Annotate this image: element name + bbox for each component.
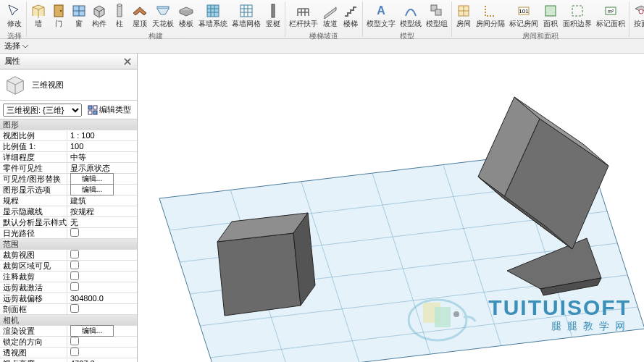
properties-header-text: 三维视图	[32, 80, 64, 90]
prop-section[interactable]: 图形	[0, 119, 137, 130]
ribbon-component-button[interactable]: 构件	[89, 1, 109, 30]
select-label: 选择	[4, 41, 20, 51]
ribbon-areabnd-button[interactable]: 面积边界	[561, 1, 594, 30]
railing-icon	[296, 3, 311, 19]
column-icon	[112, 3, 127, 19]
prop-checkbox[interactable]	[70, 337, 79, 345]
ribbon-group-label: 房间和面积	[453, 30, 627, 42]
ribbon-room-button[interactable]: 房间	[453, 1, 474, 30]
prop-row[interactable]: 日光路径	[0, 228, 137, 239]
view-type-select[interactable]: 三维视图: {三维}	[3, 104, 82, 117]
svg-rect-13	[435, 9, 441, 15]
ribbon-modify-button[interactable]: 修改	[4, 1, 25, 30]
prop-checkbox[interactable]	[70, 272, 79, 280]
prop-row[interactable]: 零件可见性显示原状态	[0, 163, 137, 174]
curtaingrid-icon	[238, 3, 254, 19]
ribbon-mullion-button[interactable]: 竖梃	[263, 1, 283, 30]
prop-value: 无	[70, 218, 78, 227]
prop-edit-button[interactable]: 编辑...	[70, 325, 114, 337]
ribbon-label: 房间	[456, 19, 471, 29]
prop-row[interactable]: 剖面框	[0, 304, 137, 315]
ribbon-label: 模型线	[400, 19, 422, 29]
ribbon-label: 楼板	[179, 19, 193, 29]
ribbon-modelgroup-button[interactable]: 模型组	[424, 1, 450, 30]
prop-checkbox[interactable]	[70, 261, 79, 269]
prop-row[interactable]: 默认分析显示样式无	[0, 217, 137, 228]
ribbon-roomsep-button[interactable]: 房间分隔	[474, 1, 507, 30]
prop-checkbox[interactable]	[70, 250, 79, 258]
prop-row[interactable]: 远剪裁激活	[0, 282, 137, 293]
ribbon-roomtag-button[interactable]: 101标记房间	[507, 1, 540, 30]
prop-row[interactable]: 图形显示选项编辑...	[0, 185, 137, 195]
svg-point-58	[453, 311, 459, 317]
modeltext-icon: A	[373, 3, 389, 19]
prop-key: 规程	[0, 195, 67, 206]
prop-row[interactable]: 裁剪区域可见	[0, 261, 137, 272]
ribbon-modeltext-button[interactable]: A模型文字	[364, 1, 398, 30]
prop-checkbox[interactable]	[70, 282, 79, 291]
properties-grid[interactable]: 图形视图比例1 : 100比例值 1:100详细程度中等零件可见性显示原状态可见…	[0, 119, 137, 362]
ribbon-railing-button[interactable]: 栏杆扶手	[287, 1, 320, 30]
prop-row[interactable]: 视图比例1 : 100	[0, 130, 137, 141]
ribbon-stair-button[interactable]: 楼梯	[340, 1, 361, 30]
prop-row[interactable]: 透视图	[0, 348, 137, 358]
close-icon[interactable]	[122, 56, 133, 67]
prop-key: 裁剪区域可见	[0, 261, 67, 272]
ribbon-label: 墙	[35, 19, 42, 29]
prop-section[interactable]: 相机	[0, 315, 137, 326]
ribbon-wall-button[interactable]: 墙	[28, 1, 49, 30]
prop-row[interactable]: 比例值 1:100	[0, 141, 137, 152]
ribbon-label: 标记面积	[596, 19, 625, 29]
prop-row[interactable]: 锁定的方向	[0, 337, 137, 348]
ribbon-ramp-button[interactable]: 坡道	[320, 1, 340, 30]
ribbon-area-button[interactable]: 面积	[540, 1, 561, 30]
prop-row[interactable]: 注释裁剪	[0, 272, 137, 282]
ribbon-curtaingrid-button[interactable]: 幕墙网格	[230, 1, 263, 30]
ribbon-label: 竖梃	[266, 19, 280, 29]
prop-row[interactable]: 可见性/图形替换编辑...	[0, 174, 137, 185]
viewport-3d[interactable]: TUITUISOFT 腿腿教学网	[138, 54, 644, 362]
ribbon-ceiling-button[interactable]: 天花板	[150, 1, 176, 30]
prop-row[interactable]: 渲染设置编辑...	[0, 326, 137, 337]
prop-edit-button[interactable]: 编辑...	[70, 173, 114, 185]
ribbon-byface-button[interactable]: 按面	[631, 1, 644, 30]
prop-row[interactable]: 详细程度中等	[0, 152, 137, 163]
ribbon-floor-button[interactable]: 楼板	[176, 1, 196, 30]
prop-checkbox[interactable]	[70, 348, 79, 356]
door-icon	[51, 3, 67, 19]
prop-checkbox[interactable]	[70, 304, 79, 313]
svg-rect-17	[545, 6, 556, 16]
ribbon-modelline-button[interactable]: 模型线	[398, 1, 424, 30]
prop-row[interactable]: 显示隐藏线按规程	[0, 206, 137, 217]
ribbon-door-button[interactable]: 门	[49, 1, 69, 30]
component-icon	[91, 3, 107, 19]
prop-section[interactable]: 范围	[0, 239, 137, 250]
svg-rect-5	[117, 5, 122, 17]
ribbon-label: 楼梯	[343, 19, 358, 29]
edit-type-button[interactable]: 编辑类型	[85, 103, 134, 117]
ribbon-roof-button[interactable]: 屋顶	[130, 1, 150, 30]
ribbon-curtain-button[interactable]: 幕墙系统	[196, 1, 230, 30]
ribbon-column-button[interactable]: 柱	[109, 1, 130, 30]
ribbon-label: 门	[55, 19, 62, 29]
prop-checkbox[interactable]	[70, 228, 79, 237]
prop-edit-button[interactable]: 编辑...	[70, 184, 114, 195]
prop-row[interactable]: 规程建筑	[0, 195, 137, 206]
prop-row[interactable]: 裁剪视图	[0, 250, 137, 261]
ribbon-group-label: 楼梯坡道	[287, 30, 361, 42]
roof-icon	[132, 3, 148, 19]
select-dropdown[interactable]: 选择	[4, 41, 29, 51]
prop-row[interactable]: 视点高度4727.3	[0, 358, 137, 362]
ribbon-areatag-button[interactable]: m²标记面积	[594, 1, 627, 30]
prop-row[interactable]: 远剪裁偏移304800.0	[0, 293, 137, 304]
ribbon-label: 天花板	[152, 19, 174, 29]
prop-key: 剖面框	[0, 304, 67, 315]
ribbon-label: 标记房间	[509, 19, 538, 29]
svg-rect-7	[157, 7, 169, 9]
prop-key: 远剪裁激活	[0, 282, 67, 293]
properties-header[interactable]: 三维视图	[0, 70, 137, 101]
ribbon-window-button[interactable]: 窗	[69, 1, 89, 30]
mullion-icon	[265, 3, 281, 19]
curtain-icon	[205, 3, 221, 19]
chevron-down-icon	[22, 43, 29, 50]
